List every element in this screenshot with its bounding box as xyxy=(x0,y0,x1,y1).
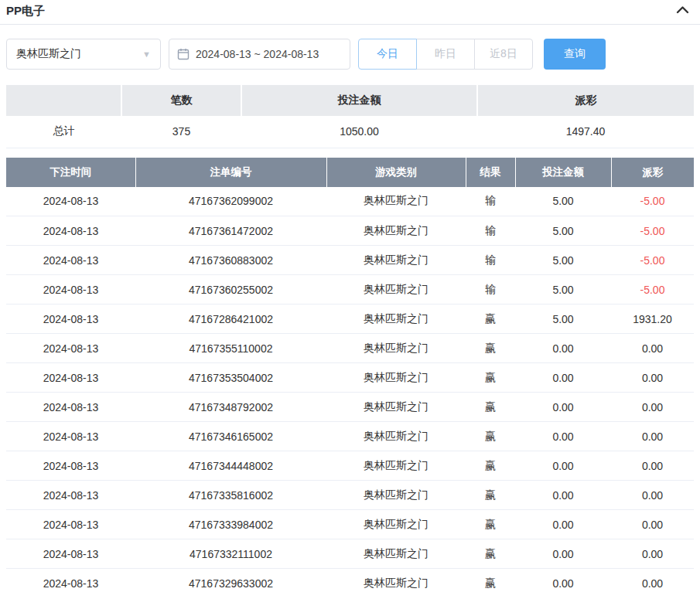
order-no-cell: 47167286421002 xyxy=(135,305,326,334)
bet-amount-cell: 0.00 xyxy=(515,569,611,592)
game-type-cell: 奥林匹斯之门 xyxy=(326,246,466,275)
yesterday-button[interactable]: 昨日 xyxy=(416,39,475,70)
order-no-cell: 47167361472002 xyxy=(135,216,326,246)
table-row: 2024-08-1347167362099002奥林匹斯之门输5.00-5.00 xyxy=(6,187,694,216)
result-cell: 赢 xyxy=(466,334,515,363)
table-row: 2024-08-1347167348792002奥林匹斯之门赢0.000.00 xyxy=(6,393,694,422)
header-bet-amount: 投注金额 xyxy=(515,158,611,187)
bet-time-cell: 2024-08-13 xyxy=(6,451,135,481)
order-no-cell: 47167353504002 xyxy=(135,363,326,393)
bet-time-cell: 2024-08-13 xyxy=(6,275,135,305)
bet-amount-cell: 0.00 xyxy=(515,334,611,363)
chevron-up-icon xyxy=(676,5,689,17)
summary-table: 笔数 投注金额 派彩 总计 375 1050.00 1497.40 xyxy=(6,85,694,148)
header-payout: 派彩 xyxy=(611,158,694,187)
payout-cell: 0.00 xyxy=(611,363,694,393)
payout-cell: 0.00 xyxy=(611,451,694,481)
result-cell: 输 xyxy=(466,216,515,246)
payout-cell: 0.00 xyxy=(611,334,694,363)
bet-amount-cell: 0.00 xyxy=(515,539,611,569)
collapse-toggle-button[interactable] xyxy=(674,4,691,19)
game-type-cell: 奥林匹斯之门 xyxy=(326,216,466,246)
bet-time-cell: 2024-08-13 xyxy=(6,216,135,246)
game-type-cell: 奥林匹斯之门 xyxy=(326,334,466,363)
order-no-cell: 47167360255002 xyxy=(135,275,326,305)
game-type-cell: 奥林匹斯之门 xyxy=(326,187,466,216)
summary-header-count: 笔数 xyxy=(121,85,241,116)
game-select-value: 奥林匹斯之门 xyxy=(16,47,81,61)
date-range-value: 2024-08-13 ~ 2024-08-13 xyxy=(196,48,319,60)
payout-cell: 0.00 xyxy=(611,481,694,510)
bet-time-cell: 2024-08-13 xyxy=(6,569,135,592)
table-row: 2024-08-1347167360883002奥林匹斯之门输5.00-5.00 xyxy=(6,246,694,275)
search-button[interactable]: 查询 xyxy=(544,39,606,70)
result-cell: 赢 xyxy=(466,481,515,510)
quick-date-button-group: 今日 昨日 近8日 xyxy=(358,39,533,70)
date-range-input[interactable]: 2024-08-13 ~ 2024-08-13 xyxy=(169,39,350,70)
game-type-cell: 奥林匹斯之门 xyxy=(326,539,466,569)
game-select[interactable]: 奥林匹斯之门 ▼ xyxy=(6,39,161,70)
summary-header-empty xyxy=(6,85,121,116)
summary-total-count: 375 xyxy=(121,116,241,148)
order-no-cell: 47167344448002 xyxy=(135,451,326,481)
bet-amount-cell: 0.00 xyxy=(515,481,611,510)
payout-cell: 0.00 xyxy=(611,569,694,592)
payout-cell: 0.00 xyxy=(611,422,694,451)
bet-time-cell: 2024-08-13 xyxy=(6,422,135,451)
bet-time-cell: 2024-08-13 xyxy=(6,363,135,393)
order-no-cell: 47167335816002 xyxy=(135,481,326,510)
game-type-cell: 奥林匹斯之门 xyxy=(326,393,466,422)
records-header-row: 下注时间 注单编号 游戏类别 结果 投注金额 派彩 xyxy=(6,158,694,187)
result-cell: 赢 xyxy=(466,305,515,334)
bet-amount-cell: 0.00 xyxy=(515,422,611,451)
bet-time-cell: 2024-08-13 xyxy=(6,305,135,334)
result-cell: 赢 xyxy=(466,422,515,451)
table-row: 2024-08-1347167286421002奥林匹斯之门赢5.001931.… xyxy=(6,305,694,334)
summary-header-payout: 派彩 xyxy=(477,85,694,116)
records-table: 下注时间 注单编号 游戏类别 结果 投注金额 派彩 2024-08-134716… xyxy=(6,158,694,592)
order-no-cell: 47167355110002 xyxy=(135,334,326,363)
table-row: 2024-08-1347167344448002奥林匹斯之门赢0.000.00 xyxy=(6,451,694,481)
game-type-cell: 奥林匹斯之门 xyxy=(326,510,466,539)
page-title: PP电子 xyxy=(6,4,45,19)
calendar-icon xyxy=(177,48,190,60)
last-8-days-button[interactable]: 近8日 xyxy=(474,39,533,70)
table-row: 2024-08-1347167333984002奥林匹斯之门赢0.000.00 xyxy=(6,510,694,539)
order-no-cell: 47167332111002 xyxy=(135,539,326,569)
table-row: 2024-08-1347167329633002奥林匹斯之门赢0.000.00 xyxy=(6,569,694,592)
result-cell: 赢 xyxy=(466,393,515,422)
order-no-cell: 47167346165002 xyxy=(135,422,326,451)
summary-header-row: 笔数 投注金额 派彩 xyxy=(6,85,694,116)
game-type-cell: 奥林匹斯之门 xyxy=(326,363,466,393)
header-bet-time: 下注时间 xyxy=(6,158,135,187)
payout-cell: 0.00 xyxy=(611,510,694,539)
payout-cell: 1931.20 xyxy=(611,305,694,334)
bet-time-cell: 2024-08-13 xyxy=(6,539,135,569)
result-cell: 输 xyxy=(466,187,515,216)
bet-amount-cell: 0.00 xyxy=(515,363,611,393)
order-no-cell: 47167360883002 xyxy=(135,246,326,275)
result-cell: 输 xyxy=(466,275,515,305)
today-button[interactable]: 今日 xyxy=(358,39,417,70)
bet-amount-cell: 5.00 xyxy=(515,216,611,246)
payout-cell: -5.00 xyxy=(611,187,694,216)
table-row: 2024-08-1347167360255002奥林匹斯之门输5.00-5.00 xyxy=(6,275,694,305)
bet-time-cell: 2024-08-13 xyxy=(6,187,135,216)
filter-bar: 奥林匹斯之门 ▼ 2024-08-13 ~ 2024-08-13 今日 昨日 近… xyxy=(6,39,694,70)
result-cell: 赢 xyxy=(466,539,515,569)
records-table-body: 2024-08-1347167362099002奥林匹斯之门输5.00-5.00… xyxy=(6,187,694,592)
bet-amount-cell: 0.00 xyxy=(515,451,611,481)
game-type-cell: 奥林匹斯之门 xyxy=(326,481,466,510)
game-type-cell: 奥林匹斯之门 xyxy=(326,422,466,451)
order-no-cell: 47167362099002 xyxy=(135,187,326,216)
payout-cell: -5.00 xyxy=(611,246,694,275)
order-no-cell: 47167329633002 xyxy=(135,569,326,592)
table-row: 2024-08-1347167335816002奥林匹斯之门赢0.000.00 xyxy=(6,481,694,510)
bet-time-cell: 2024-08-13 xyxy=(6,393,135,422)
bet-amount-cell: 0.00 xyxy=(515,393,611,422)
header-order-no: 注单编号 xyxy=(135,158,326,187)
order-no-cell: 47167348792002 xyxy=(135,393,326,422)
payout-cell: -5.00 xyxy=(611,216,694,246)
payout-cell: -5.00 xyxy=(611,275,694,305)
summary-header-bet-amount: 投注金额 xyxy=(241,85,477,116)
